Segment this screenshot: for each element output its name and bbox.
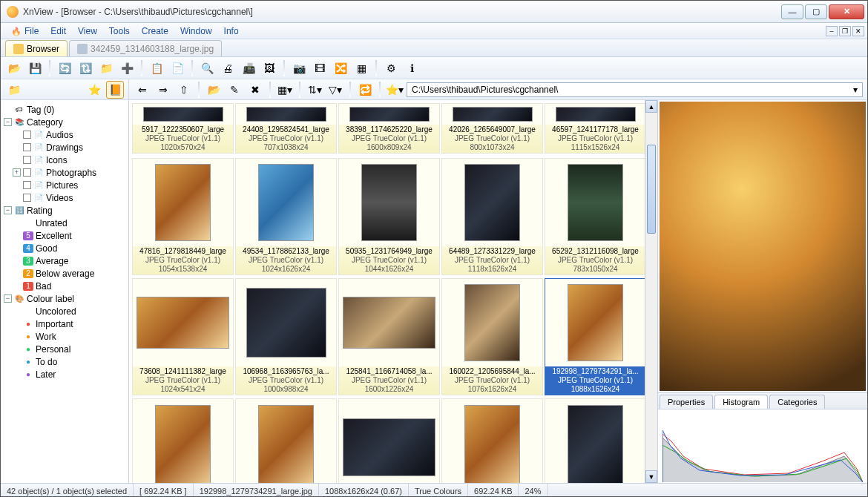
thumbnail[interactable]: 42026_1265649007_large JPEG TrueColor (v… xyxy=(441,103,543,154)
tree-cat-photographs[interactable]: +📄Photographs xyxy=(2,166,127,179)
chevron-down-icon[interactable]: ▾ xyxy=(853,85,858,95)
thumbnail[interactable]: 50935_1231764949_large JPEG TrueColor (v… xyxy=(338,158,440,275)
reload-icon[interactable]: 🔃 xyxy=(76,59,94,77)
categories-icon[interactable]: 📙 xyxy=(106,81,124,99)
mdi-minimize[interactable]: – xyxy=(826,26,838,36)
tree-rating-3[interactable]: 3Average xyxy=(2,254,127,267)
thumbnail[interactable]: 24408_1295824541_large JPEG TrueColor (v… xyxy=(235,103,337,154)
mdi-restore[interactable]: ❐ xyxy=(839,26,851,36)
tree-rating-unrated[interactable]: Unrated xyxy=(2,217,127,229)
tab-image[interactable]: 342459_1314603188_large.jpg xyxy=(69,40,222,56)
sort-icon[interactable]: ⇅▾ xyxy=(306,81,323,99)
tab-browser[interactable]: Browser xyxy=(5,40,68,56)
tree-cat-audios[interactable]: 📄Audios xyxy=(2,128,127,141)
save-icon[interactable]: 💾 xyxy=(26,59,44,77)
scroll-up-icon[interactable]: ▲ xyxy=(645,100,657,113)
close-button[interactable] xyxy=(829,4,864,19)
compare-icon[interactable]: 🔀 xyxy=(332,59,349,77)
thumbnail[interactable]: 65292_1312116098_large JPEG TrueColor (v… xyxy=(545,158,646,275)
menu-window[interactable]: Window xyxy=(174,24,218,38)
folders-icon[interactable]: 📁 xyxy=(5,81,23,99)
forward-icon[interactable]: ⇒ xyxy=(154,81,172,99)
back-icon[interactable]: ⇐ xyxy=(134,81,151,99)
tree-rating-1[interactable]: 1Bad xyxy=(2,280,127,292)
open-icon[interactable]: 📂 xyxy=(5,59,23,77)
recurse-icon[interactable]: 🔁 xyxy=(356,81,374,99)
thumbnail[interactable]: 47816_1279818449_large JPEG TrueColor (v… xyxy=(132,158,234,275)
menu-create[interactable]: Create xyxy=(136,24,174,38)
thumbnail[interactable]: 227196_1212816786_la... JPEG TrueColor (… xyxy=(338,398,440,483)
delete-icon[interactable]: ✖ xyxy=(246,81,264,99)
paste-icon[interactable]: 📄 xyxy=(168,59,186,77)
tree-category[interactable]: −📚Category xyxy=(2,116,127,128)
thumbnail[interactable]: 38398_1174625220_large JPEG TrueColor (v… xyxy=(338,103,440,154)
thumbnail[interactable]: 125841_1166714058_la... JPEG TrueColor (… xyxy=(338,278,440,395)
mdi-close[interactable]: ✕ xyxy=(852,26,864,36)
search-icon[interactable]: 🔍 xyxy=(198,59,216,77)
folder-up-icon[interactable]: 📁 xyxy=(97,59,115,77)
menu-info[interactable]: Info xyxy=(218,24,245,38)
view-mode-icon[interactable]: ▦▾ xyxy=(276,81,294,99)
copy-icon[interactable]: 📋 xyxy=(148,59,165,77)
refresh-icon[interactable]: 🔄 xyxy=(56,59,73,77)
rename-icon[interactable]: ✎ xyxy=(226,81,243,99)
tree-cat-icons[interactable]: 📄Icons xyxy=(2,154,127,166)
up-icon[interactable]: ⇧ xyxy=(175,81,193,99)
thumbnail[interactable]: 73608_1241111382_large JPEG TrueColor (v… xyxy=(132,278,234,395)
convert-icon[interactable]: 🖼 xyxy=(260,59,278,77)
menu-view[interactable]: View xyxy=(72,24,103,38)
thumbnail[interactable]: 232407_1327395565_la... JPEG TrueColor (… xyxy=(441,398,543,483)
info-icon[interactable]: ℹ xyxy=(403,59,421,77)
filter-icon[interactable]: ▽▾ xyxy=(326,81,344,99)
thumbnail[interactable]: 244895_1191333321_la... JPEG TrueColor (… xyxy=(545,398,646,483)
tree-cat-drawings[interactable]: 📄Drawings xyxy=(2,141,127,154)
tab-histogram[interactable]: Histogram xyxy=(714,395,768,409)
menu-tools[interactable]: Tools xyxy=(103,24,136,38)
tree-colour[interactable]: −🎨Colour label xyxy=(2,292,127,305)
tree-pane: 🏷Tag (0) −📚Category 📄Audios 📄Drawings 📄I… xyxy=(1,100,129,483)
tree-colour-later[interactable]: ●Later xyxy=(2,368,127,381)
scroll-thumb[interactable] xyxy=(647,145,656,234)
tree-rating-5[interactable]: 5Excellent xyxy=(2,229,127,242)
print-icon[interactable]: 🖨 xyxy=(219,59,237,77)
thumbnail[interactable]: 46597_1241177178_large JPEG TrueColor (v… xyxy=(545,103,646,154)
tree-colour-work[interactable]: ●Work xyxy=(2,330,127,343)
tree-rating-4[interactable]: 4Good xyxy=(2,242,127,254)
grid-icon[interactable]: ▦ xyxy=(352,59,370,77)
tree-colour-personal[interactable]: ●Personal xyxy=(2,343,127,355)
maximize-button[interactable]: ▢ xyxy=(805,4,827,19)
favorite-icon[interactable]: ⭐ xyxy=(85,81,103,99)
tree-colour-todo[interactable]: ●To do xyxy=(2,355,127,368)
thumbnail[interactable]: 5917_1222350607_large JPEG TrueColor (v1… xyxy=(132,103,234,154)
tree-tag[interactable]: 🏷Tag (0) xyxy=(2,103,127,116)
thumbnail[interactable]: 160022_1205695844_la... JPEG TrueColor (… xyxy=(441,278,543,395)
new-folder-icon[interactable]: 📂 xyxy=(205,81,223,99)
capture-icon[interactable]: 📷 xyxy=(290,59,308,77)
tree-rating[interactable]: −🔢Rating xyxy=(2,204,127,217)
preview-image[interactable] xyxy=(660,102,866,391)
menu-file[interactable]: File xyxy=(5,24,45,38)
thumbnail[interactable]: 193080_1180812449_la... JPEG TrueColor (… xyxy=(132,398,234,483)
star-icon[interactable]: ⭐▾ xyxy=(386,81,404,99)
tree-colour-important[interactable]: ●Important xyxy=(2,317,127,330)
menu-edit[interactable]: Edit xyxy=(45,24,72,38)
scan-icon[interactable]: 📠 xyxy=(240,59,257,77)
tree-cat-videos[interactable]: 📄Videos xyxy=(2,191,127,204)
settings-icon[interactable]: ⚙ xyxy=(382,59,400,77)
tree-cat-pictures[interactable]: 📄Pictures xyxy=(2,179,127,191)
address-bar[interactable]: C:\Users\thibaud\Pictures\cgchannel\ ▾ xyxy=(407,82,863,97)
minimize-button[interactable]: — xyxy=(781,4,803,19)
thumbnail[interactable]: 49534_1178862133_large JPEG TrueColor (v… xyxy=(235,158,337,275)
scrollbar[interactable]: ▲ ▼ xyxy=(645,100,657,483)
tab-categories[interactable]: Categories xyxy=(769,395,825,409)
tree-colour-uncolored[interactable]: Uncolored xyxy=(2,305,127,317)
thumbnail[interactable]: 64489_1273331229_large JPEG TrueColor (v… xyxy=(441,158,543,275)
thumbnail[interactable]: 192998_1279734291_la... JPEG TrueColor (… xyxy=(545,278,646,395)
tab-properties[interactable]: Properties xyxy=(660,395,713,409)
scroll-down-icon[interactable]: ▼ xyxy=(645,470,657,483)
folder-add-icon[interactable]: ➕ xyxy=(118,59,136,77)
tree-rating-2[interactable]: 2Below average xyxy=(2,267,127,280)
thumbnail[interactable]: 218717_1310767180_la... JPEG TrueColor (… xyxy=(235,398,337,483)
slideshow-icon[interactable]: 🎞 xyxy=(311,59,329,77)
thumbnail[interactable]: 106968_1163965763_la... JPEG TrueColor (… xyxy=(235,278,337,395)
